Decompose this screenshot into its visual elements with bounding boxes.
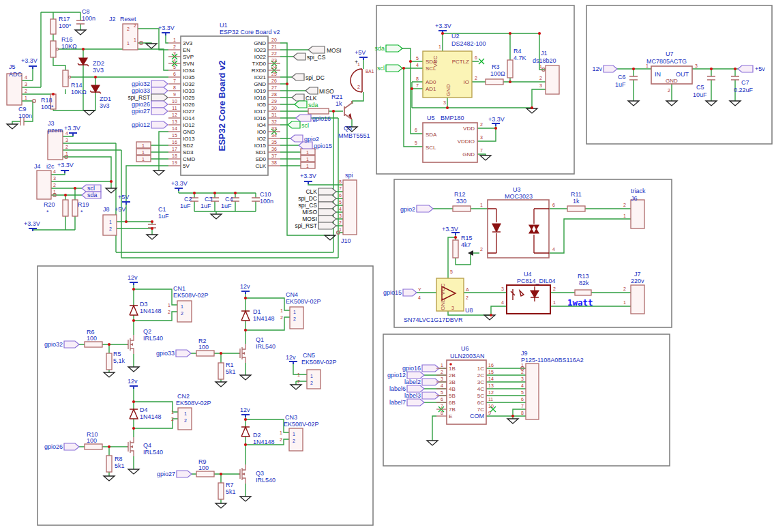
esp32-pin-name: SD1 — [255, 149, 266, 156]
label-220v: 220v — [631, 278, 644, 284]
label-IRL540: IRL540 — [256, 477, 276, 484]
label-1: 1 — [181, 304, 183, 309]
uln-pin-number: 7 — [441, 404, 443, 409]
label-gpio26: gpio26 — [44, 443, 63, 450]
esp32-pin-name: GND — [183, 129, 195, 135]
esp32-pin-number: 34 — [271, 133, 277, 138]
wires — [12, 12, 738, 503]
mosfet-q3 — [239, 464, 245, 484]
uln-pin-name: 7C — [477, 407, 484, 413]
uln-pin-number: 11 — [488, 397, 493, 402]
label-C8: C8 — [82, 8, 90, 15]
label-spi_DC: spi_DC — [298, 195, 317, 202]
label-10uF: 10uF — [693, 91, 707, 98]
uln-pin-name: 4C — [477, 386, 484, 392]
label-C3: C3 — [205, 196, 213, 203]
esp32-pin-number: 25 — [271, 72, 277, 76]
j9-pin-number: 2 — [521, 370, 524, 374]
esp32-pin-number: 30 — [271, 106, 277, 110]
label-GND: GND — [445, 84, 451, 96]
label-gpio27: gpio27 — [157, 471, 175, 477]
label-gpio12: gpio12 — [132, 121, 150, 128]
label-1: 1 — [65, 151, 68, 156]
label-MOSI: MOSI — [327, 47, 342, 54]
esp32-pin-name: RXD0 — [252, 68, 267, 74]
label-gpio33: gpio33 — [132, 87, 150, 94]
label-A: A — [466, 287, 469, 292]
esp32-pin-number: 2 — [173, 44, 176, 49]
label-D1: D1 — [253, 308, 261, 315]
label-100n: 100n — [82, 15, 95, 22]
j10-pin-number: 5 — [339, 200, 342, 205]
esp32-pin-name: IO33 — [183, 88, 195, 94]
label-4k7: 4k7 — [461, 241, 471, 248]
esp32-pin-name: SVP — [183, 54, 194, 60]
label-IRL540: IRL540 — [256, 343, 276, 350]
label-MMBT5551: MMBT5551 — [338, 132, 370, 139]
label-10K_: 10KΩ — [71, 89, 87, 95]
connector-j5-adc — [7, 74, 22, 105]
uln-pin-number: 1 — [441, 363, 443, 368]
label-R16: R16 — [61, 36, 73, 43]
uln-pin-name: 5B — [449, 393, 456, 399]
label-R8: R8 — [115, 456, 123, 462]
label-100_: 100Ω — [490, 70, 505, 77]
label-1: 1 — [646, 63, 649, 68]
esp32-pin-number: 7 — [173, 78, 176, 83]
label-EK508V-02P: EK508V-02P — [173, 292, 209, 299]
j10-pin-number: 4 — [339, 207, 342, 211]
esp32-pin-name: IO23 — [254, 47, 267, 53]
label-1: 1 — [127, 41, 130, 46]
label-2: 2 — [134, 23, 136, 28]
j10-pin-number: 8 — [339, 179, 342, 184]
label-2: 2 — [623, 203, 626, 207]
esp32-pin-number: 10 — [172, 99, 177, 104]
label-1N4148: 1N4148 — [253, 439, 275, 445]
label-+5V: +5V — [118, 194, 129, 201]
label-12v: 12v — [286, 354, 296, 361]
esp32-pin-number: 35 — [271, 140, 277, 145]
label-4: 4 — [25, 75, 27, 80]
label-MISO: MISO — [302, 209, 317, 216]
label-5: 5 — [416, 56, 419, 61]
pc814-glyphs — [511, 286, 539, 301]
label-1: 1 — [623, 300, 626, 305]
label-IO: IO — [464, 79, 469, 85]
esp32-pin-name: IO18 — [254, 95, 267, 101]
uln-pin-number: 3 — [441, 376, 443, 381]
flag-j10-spirst — [318, 222, 336, 229]
label-J9: J9 — [521, 350, 528, 357]
label-2: 2 — [297, 379, 300, 384]
esp32-pin-number: 33 — [271, 126, 277, 131]
flag-gpio26-q4 — [64, 443, 79, 450]
esp32-pin-name: IO12 — [183, 122, 195, 128]
connector-j9 — [526, 364, 539, 419]
label-1: 1 — [280, 430, 282, 435]
schematic-page: C8100nR17100*R1610KΩJ2Reset+3.3V+3.3VJ5A… — [0, 0, 774, 532]
label-1k: 1k — [336, 100, 342, 107]
label-R17: R17 — [59, 16, 70, 23]
label-GND: GND — [440, 298, 446, 310]
zener-zd2 — [78, 58, 89, 66]
esp32-pin-name: IO17 — [254, 108, 267, 115]
label-+5V: +5V — [355, 49, 366, 56]
label-gpio15: gpio15 — [314, 143, 332, 149]
esp32-pin-number: 11 — [172, 106, 177, 110]
flag-gpio12-u6 — [407, 372, 424, 379]
label-100: 100 — [198, 344, 209, 351]
label-VCC: VCC — [432, 55, 438, 67]
label-4: 4 — [65, 131, 68, 136]
flag-miso — [306, 87, 318, 94]
label-Q5: Q5 — [344, 125, 352, 132]
label-+3.3V: +3.3V — [158, 25, 175, 31]
esp32-pin-number: 26 — [271, 78, 277, 83]
label-2: 2 — [539, 76, 542, 80]
label-ZD1: ZD1 — [100, 95, 111, 102]
label-gpio2: gpio2 — [400, 206, 415, 213]
label-1: 1 — [293, 432, 295, 437]
label-ESP32_Core_Board_v2: ESP32 Core Board v2 — [220, 29, 280, 35]
esp32-pin-name: IO32 — [183, 81, 195, 87]
label-1: 1 — [142, 150, 145, 155]
uln-pin-number: 12 — [488, 390, 494, 395]
label-gpio16: gpio16 — [402, 365, 421, 372]
